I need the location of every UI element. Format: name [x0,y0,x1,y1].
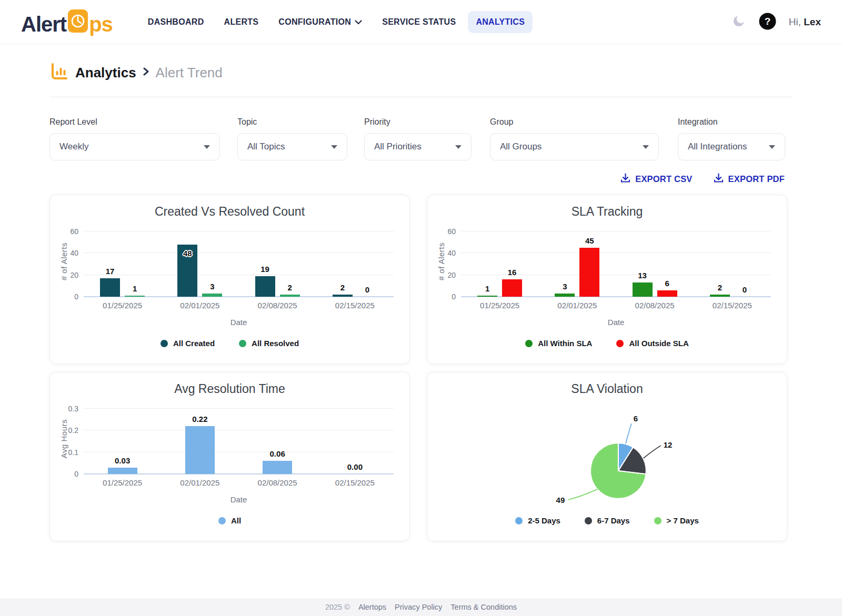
legend-label: All Created [173,339,215,348]
x-tick-label: 01/25/2025 [84,301,161,310]
filter-integration: Integration All Integrations [678,117,785,160]
bars-row: 0.030.220.060.00 [84,403,394,474]
top-navigation-bar: Alert ps DASHBOARD ALERTS CONFIGURATION … [0,0,842,44]
bar-slot: 2 [710,226,730,297]
bar-all-created[interactable] [100,278,120,297]
clock-icon [68,9,88,35]
plot-area: 0.030.220.060.00 [84,403,394,474]
sla-tracking-card: SLA Tracking # of Alerts0204060116345136… [427,195,787,364]
bar-all-created[interactable] [333,295,353,297]
y-tick-label: 40 [447,249,456,257]
nav-dashboard[interactable]: DASHBOARD [140,11,212,33]
chart-title: Avg Resolution Time [50,382,409,396]
breadcrumb: Analytics Alert Trend [49,62,793,83]
bar-all-within-sla[interactable] [477,296,497,297]
bar-all-within-sla[interactable] [633,282,653,297]
filter-priority: Priority All Priorities [364,117,472,160]
topic-select[interactable]: All Topics [237,133,347,160]
user-name: Lex [804,16,821,27]
sla-tracking-chart: # of Alerts02040601163451362001/25/20250… [427,222,787,363]
bar-slot: 16 [502,226,522,297]
chart-legend: 2-5 Days6-7 Days> 7 Days [427,516,787,525]
logo-text-2: ps [89,14,113,35]
bar-all[interactable] [263,461,292,474]
bar-value-label: 6 [665,279,669,288]
legend-item-6-7-days[interactable]: 6-7 Days [585,516,630,525]
legend-item-all-outside-sla[interactable]: All Outside SLA [616,339,688,348]
dark-mode-toggle[interactable] [731,14,746,30]
x-axis-title: Date [84,495,394,504]
bar-slot: 3 [202,226,222,297]
bar-all-resolved[interactable] [125,296,145,297]
report-level-select[interactable]: Weekly [49,133,220,160]
export-pdf-button[interactable]: EXPORT PDF [714,173,785,185]
bar-slot: 17 [100,226,120,297]
terms-conditions-link[interactable]: Terms & Conditions [450,603,517,611]
pie-value-label: 6 [634,414,638,423]
x-tick-label: 01/25/2025 [461,301,538,310]
breadcrumb-section[interactable]: Analytics [75,65,136,81]
privacy-policy-link[interactable]: Privacy Policy [395,603,442,611]
callout-line [644,446,661,458]
legend-marker [616,340,624,347]
x-axis-ticks: 01/25/202502/01/202502/08/202502/15/2025 [84,478,394,487]
export-csv-button[interactable]: EXPORT CSV [620,173,692,185]
bar-all-outside-sla[interactable] [657,290,677,297]
bar-all-outside-sla[interactable] [579,248,599,297]
bar-value-label: 13 [638,271,647,280]
bar-all[interactable] [185,426,215,474]
y-tick-label: 0.2 [68,426,78,435]
bar-value-label: 3 [563,282,567,291]
legend-marker [585,517,592,524]
bar-value-label: 19 [260,265,269,274]
bar-all-resolved[interactable] [280,295,300,297]
legend-item-all-resolved[interactable]: All Resolved [239,339,299,348]
y-tick-label: 0 [74,292,78,301]
bar-value-label: 0 [365,285,369,294]
nav-analytics[interactable]: ANALYTICS [468,11,533,33]
x-tick-label: 02/01/2025 [161,301,238,310]
legend-label: All Within SLA [538,339,592,348]
chart-legend: All CreatedAll Resolved [50,339,409,348]
bar-group: 171 [84,226,161,297]
legend-marker [525,340,533,347]
priority-select[interactable]: All Priorities [364,133,472,160]
legend-label: 2-5 Days [528,516,560,525]
legend-label: All Resolved [252,339,299,348]
legend-item-2-5-days[interactable]: 2-5 Days [515,516,560,525]
nav-alerts[interactable]: ALERTS [216,11,267,33]
filter-report-level: Report Level Weekly [49,117,220,160]
nav-configuration[interactable]: CONFIGURATION [270,11,370,33]
x-tick-label: 02/15/2025 [316,478,394,487]
bar-all-within-sla[interactable] [710,295,730,297]
legend-item-all-created[interactable]: All Created [161,339,215,348]
bar-all-within-sla[interactable] [555,294,575,297]
bar-all-outside-sla[interactable] [502,279,522,297]
bar-value-label: 0.03 [115,456,130,465]
export-row: EXPORT CSV EXPORT PDF [49,173,785,185]
y-tick-label: 0 [74,470,78,478]
x-tick-label: 02/15/2025 [694,301,771,310]
bar-group: 116 [461,226,538,297]
bar-all[interactable] [108,468,137,474]
x-tick-label: 02/01/2025 [538,301,616,310]
bar-value-label: 1 [133,284,137,293]
y-tick-label: 0.3 [68,405,78,413]
x-tick-label: 02/08/2025 [239,478,316,487]
nav-service-status[interactable]: SERVICE STATUS [374,11,464,33]
x-axis-title: Date [461,318,771,327]
charts-grid: Created Vs Resolved Count # of Alerts020… [49,195,793,541]
integration-select[interactable]: All Integrations [678,133,785,160]
x-tick-label: 02/08/2025 [239,301,316,310]
footer-brand-link[interactable]: Alertops [358,603,386,611]
legend-item-all-within-sla[interactable]: All Within SLA [525,339,592,348]
chart-title: SLA Violation [427,382,787,396]
legend-item-all[interactable]: All [218,516,241,525]
alertops-logo[interactable]: Alert ps [21,9,113,35]
legend-item--7-days[interactable]: > 7 Days [654,516,699,525]
help-button[interactable]: ? [759,13,776,32]
sla-violation-pie-chart: 612492-5 Days6-7 Days> 7 Days [427,399,787,540]
group-select[interactable]: All Groups [490,133,659,160]
bar-all-created[interactable] [255,276,275,297]
bar-all-resolved[interactable] [202,294,222,297]
